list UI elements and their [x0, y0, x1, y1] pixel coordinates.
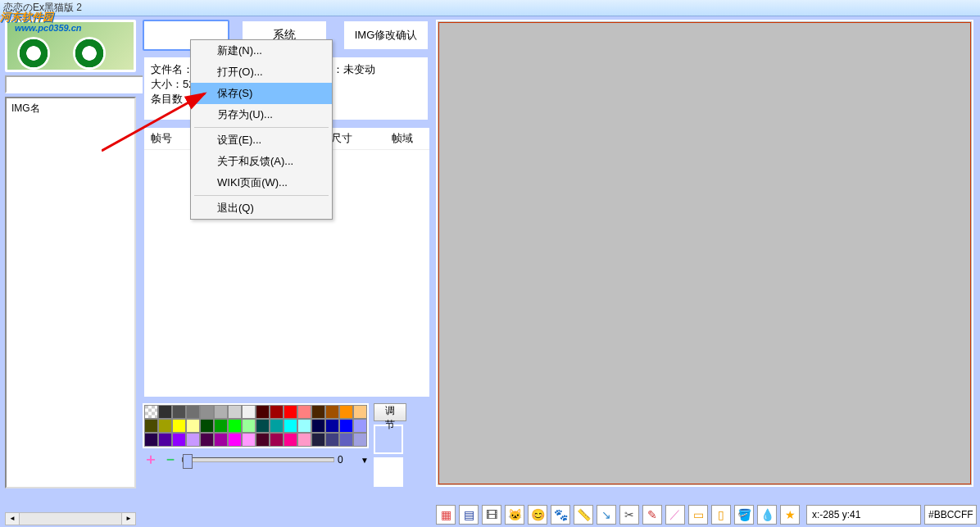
palette-swatch[interactable] — [270, 419, 284, 433]
canvas-panel[interactable] — [436, 20, 973, 487]
face-tool[interactable]: 😊 — [528, 505, 547, 525]
palette-swatch[interactable] — [158, 405, 172, 419]
palette-swatch[interactable] — [228, 419, 242, 433]
palette-swatch[interactable] — [325, 433, 339, 447]
palette-swatch[interactable] — [200, 419, 214, 433]
palette-swatch[interactable] — [311, 419, 325, 433]
menu-item-o[interactable]: 打开(O)... — [191, 61, 332, 83]
palette-swatch[interactable] — [172, 433, 186, 447]
menu-item-n[interactable]: 新建(N)... — [191, 40, 332, 61]
line-tool[interactable]: ／ — [665, 505, 685, 525]
ruler-tool[interactable]: 📏 — [574, 505, 593, 525]
palette-swatch[interactable] — [242, 419, 256, 433]
img-list-header: IMG名 — [7, 98, 134, 119]
palette-swatch[interactable] — [297, 405, 311, 419]
menu-item-q[interactable]: 退出(Q) — [191, 198, 332, 219]
menu-item-wikiw[interactable]: WIKI页面(W)... — [191, 172, 332, 193]
palette-swatch[interactable] — [186, 433, 200, 447]
grid-tool[interactable]: ▤ — [459, 505, 479, 525]
search-input[interactable] — [5, 75, 146, 93]
star-tool[interactable]: ★ — [780, 505, 800, 525]
palette-swatch[interactable] — [270, 433, 284, 447]
palette-swatch[interactable] — [270, 405, 284, 419]
palette-swatch[interactable] — [158, 419, 172, 433]
arrow-tool-tool[interactable]: ↘ — [597, 505, 616, 525]
entry-count-label: 条目数： — [151, 93, 193, 105]
system-dropdown-menu: 新建(N)...打开(O)...保存(S)另存为(U)...设置(E)...关于… — [190, 39, 333, 220]
palette-swatch[interactable] — [186, 405, 200, 419]
palette-swatch[interactable] — [339, 419, 353, 433]
palette-swatch[interactable] — [186, 419, 200, 433]
rect2-tool[interactable]: ▯ — [711, 505, 731, 525]
adjust-button[interactable]: 调节 — [374, 403, 406, 421]
img-list[interactable]: IMG名 — [5, 97, 136, 488]
palette-swatch[interactable] — [325, 419, 339, 433]
menu-item-u[interactable]: 另存为(U)... — [191, 104, 332, 125]
palette-swatch[interactable] — [144, 419, 158, 433]
img-list-scrollbar[interactable] — [5, 512, 136, 525]
film-tool[interactable]: 🎞 — [482, 505, 501, 525]
palette-swatch[interactable] — [158, 433, 172, 447]
palette-swatch[interactable] — [311, 405, 325, 419]
status-box: ：未变动 — [329, 56, 429, 121]
palette-swatch[interactable] — [284, 433, 297, 447]
current-color-display: #BBCCFF — [924, 505, 977, 525]
palette-swatch[interactable] — [214, 405, 228, 419]
window-title: 恋恋のEx黑猫版 2 — [0, 1, 82, 15]
palette-swatch[interactable] — [242, 433, 256, 447]
file-size-label: 大小： — [151, 78, 183, 90]
status-text: 未变动 — [343, 63, 375, 75]
avatar-image — [5, 20, 136, 72]
file-name-label: 文件名： — [151, 63, 193, 75]
palette-swatch[interactable] — [172, 405, 186, 419]
menu-item-s[interactable]: 保存(S) — [191, 83, 332, 104]
palette-swatch[interactable] — [144, 433, 158, 447]
menu-item-e[interactable]: 设置(E)... — [191, 129, 332, 151]
palette-swatch[interactable] — [339, 433, 353, 447]
palette-swatch[interactable] — [353, 419, 367, 433]
palette-swatch[interactable] — [256, 405, 270, 419]
palette-swatch[interactable] — [325, 405, 339, 419]
palette-swatch[interactable] — [284, 419, 297, 433]
col-domain: 帧域 — [380, 131, 413, 146]
col-size: 尺寸 — [331, 131, 380, 146]
palette-swatch[interactable] — [297, 419, 311, 433]
palette-swatch[interactable] — [144, 405, 158, 419]
palette-swatch[interactable] — [172, 419, 186, 433]
select-tool[interactable]: ▦ — [436, 505, 456, 525]
rect-tool[interactable]: ▭ — [688, 505, 708, 525]
palette-swatch[interactable] — [228, 405, 242, 419]
zoom-out-button[interactable]: － — [162, 452, 179, 468]
palette-swatch[interactable] — [353, 433, 367, 447]
zoom-value: 0 — [338, 454, 357, 466]
bottom-toolbar: ▦▤🎞🐱😊🐾📏↘✂✎／▭▯🪣💧★x:-285 y:41#BBCCFF — [436, 504, 977, 525]
titlebar: 恋恋のEx黑猫版 2 — [0, 0, 980, 16]
palette-swatch[interactable] — [242, 405, 256, 419]
pencil-tool[interactable]: ✎ — [642, 505, 662, 525]
palette-swatch[interactable] — [284, 405, 297, 419]
palette-swatch[interactable] — [200, 405, 214, 419]
color-palette[interactable] — [143, 403, 369, 448]
coordinates-display: x:-285 y:41 — [806, 505, 921, 525]
palette-swatch[interactable] — [297, 433, 311, 447]
palette-swatch[interactable] — [339, 405, 353, 419]
palette-swatch[interactable] — [200, 433, 214, 447]
menu-item-a[interactable]: 关于和反馈(A)... — [191, 151, 332, 172]
paw-tool[interactable]: 🐾 — [551, 505, 570, 525]
palette-swatch[interactable] — [214, 419, 228, 433]
fill-tool[interactable]: 🪣 — [734, 505, 754, 525]
palette-swatch[interactable] — [353, 405, 367, 419]
palette-swatch[interactable] — [256, 433, 270, 447]
palette-swatch[interactable] — [214, 433, 228, 447]
background-color[interactable] — [374, 457, 403, 487]
crop-tool[interactable]: ✂ — [619, 505, 639, 525]
img-confirm-button[interactable]: IMG修改确认 — [343, 20, 429, 51]
zoom-in-button[interactable]: ＋ — [143, 452, 159, 468]
eyedrop-tool[interactable]: 💧 — [757, 505, 777, 525]
palette-swatch[interactable] — [311, 433, 325, 447]
cat-tool[interactable]: 🐱 — [505, 505, 524, 525]
palette-swatch[interactable] — [256, 419, 270, 433]
left-panel: 查找 IMG名 — [5, 20, 136, 488]
palette-swatch[interactable] — [228, 433, 242, 447]
zoom-slider[interactable] — [182, 457, 334, 462]
